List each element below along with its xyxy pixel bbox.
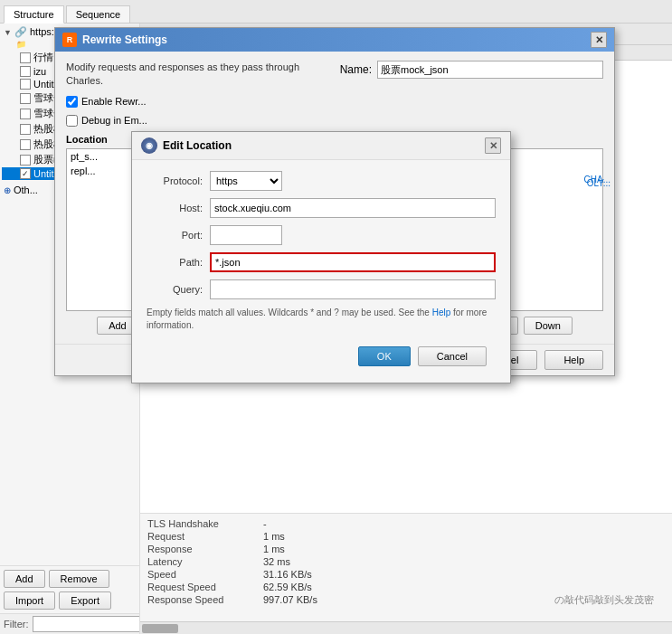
stat-name: TLS Handshake (147, 518, 256, 529)
protocol-select[interactable]: https http any (210, 171, 282, 191)
other-label: Oth... (14, 185, 38, 195)
query-label: Query: (147, 284, 210, 295)
host-row: Host: (147, 198, 496, 218)
top-tabs: Structure Sequence (0, 0, 672, 24)
tab-sequence[interactable]: Sequence (66, 5, 131, 23)
el-titlebar: ◉ Edit Location ✕ (132, 132, 510, 160)
item-checkbox[interactable] (20, 52, 31, 63)
port-label: Port: (147, 230, 210, 241)
h-scrollbar[interactable] (140, 621, 672, 634)
el-dialog-title: Edit Location (163, 139, 232, 152)
host-label: Host: (147, 203, 210, 213)
rewrite-dialog-titlebar: R Rewrite Settings ✕ (55, 28, 614, 52)
filter-input[interactable] (33, 616, 141, 632)
path-label: Path: (147, 257, 210, 268)
stat-name: Request (147, 531, 256, 542)
path-row: Path: (147, 252, 496, 272)
debug-row: Debug in Em... (66, 115, 603, 127)
rules-down-button[interactable]: Down (524, 317, 573, 335)
name-input[interactable] (377, 61, 603, 79)
stat-name: Latency (147, 556, 256, 567)
import-button[interactable]: Import (4, 591, 55, 610)
item-checkbox[interactable] (20, 155, 31, 166)
rewrite-dialog-title: Rewrite Settings (82, 33, 167, 46)
stat-value: 1 ms (263, 544, 285, 554)
query-row: Query: (147, 279, 496, 299)
query-input[interactable] (210, 279, 496, 299)
port-input[interactable] (210, 225, 282, 245)
stat-row: Response 1 ms (147, 543, 665, 555)
sidebar-btn-row-2: Import Export (4, 591, 136, 610)
item-label: pt_s... (71, 151, 98, 162)
el-title-left: ◉ Edit Location (141, 137, 232, 154)
el-body: Protocol: https http any Host: Port: Pat… (132, 160, 510, 383)
watermark: の敲代码敲到头发茂密 (554, 593, 654, 607)
enable-rewrite-row: Enable Rewr... (66, 96, 603, 108)
remove-button[interactable]: Remove (49, 570, 109, 588)
item-label: 行情 (33, 51, 53, 64)
host-input[interactable] (210, 198, 496, 218)
item-checkbox[interactable] (20, 93, 31, 104)
stat-value: 31.16 KB/s (263, 569, 312, 580)
dialog-top-row: Modify requests and responses as they pa… (66, 61, 603, 89)
item-checkbox-checked[interactable]: ✓ (20, 168, 31, 179)
enable-rewrite-label: Enable Rewr... (81, 96, 147, 107)
stat-row: Latency 32 ms (147, 555, 665, 568)
tab-structure[interactable]: Structure (4, 5, 64, 24)
el-close-button[interactable]: ✕ (485, 137, 501, 154)
stat-value: 997.07 KB/s (263, 594, 317, 605)
debug-label: Debug in Em... (81, 115, 147, 126)
filter-bar: Filter: (0, 613, 139, 634)
stat-value: - (263, 518, 267, 529)
rewrite-description: Modify requests and responses as they pa… (66, 61, 329, 89)
sidebar-btn-row-1: Add Remove (4, 570, 136, 588)
port-row: Port: (147, 225, 496, 245)
stat-row: Request Speed 62.59 KB/s (147, 581, 665, 593)
item-checkbox[interactable] (20, 79, 31, 90)
name-label: Name: (340, 63, 372, 76)
stat-value: 1 ms (263, 531, 285, 542)
item-checkbox[interactable] (20, 124, 31, 135)
dialog-name-row: Name: (340, 61, 603, 79)
protocol-row: Protocol: https http any (147, 171, 496, 191)
edit-location-dialog: ◉ Edit Location ✕ Protocol: https http a… (131, 131, 511, 383)
export-button[interactable]: Export (59, 591, 111, 610)
rewrite-help-button[interactable]: Help (544, 350, 603, 370)
folder-icon: 📁 (16, 40, 25, 49)
stat-row: Request 1 ms (147, 530, 665, 543)
stat-name: Response (147, 544, 256, 554)
el-footer: OK Cancel (147, 341, 496, 372)
protocol-label: Protocol: (147, 175, 210, 186)
debug-checkbox[interactable] (66, 115, 78, 127)
path-input[interactable] (210, 252, 496, 272)
stat-name: Speed (147, 569, 256, 580)
item-checkbox[interactable] (20, 66, 31, 77)
item-checkbox[interactable] (20, 139, 31, 150)
stat-value: 62.59 KB/s (263, 582, 312, 592)
stat-name: Response Speed (147, 594, 256, 605)
item-label: izu (33, 66, 46, 77)
enable-rewrite-checkbox[interactable] (66, 96, 78, 108)
sidebar-buttons: Add Remove Import Export (0, 565, 139, 613)
el-cancel-button[interactable]: Cancel (418, 346, 487, 366)
stat-value: 32 ms (263, 556, 290, 567)
dialog-title-left: R Rewrite Settings (62, 33, 167, 47)
el-hint: Empty fields match all values. Wildcards… (147, 307, 496, 332)
stat-row: TLS Handshake - (147, 517, 665, 530)
el-dialog-icon: ◉ (141, 137, 157, 154)
help-link[interactable]: Help (432, 308, 451, 317)
filter-label: Filter: (4, 619, 29, 629)
add-button[interactable]: Add (4, 570, 45, 588)
app-container: Structure Sequence ▼ 🔗 https://stock.xue… (0, 0, 672, 634)
stat-row: Speed 31.16 KB/s (147, 568, 665, 581)
scrollbar-thumb[interactable] (142, 624, 178, 633)
rewrite-dialog-icon: R (62, 33, 77, 47)
el-ok-button[interactable]: OK (358, 346, 411, 366)
item-label: repl... (71, 166, 96, 176)
expand-icon: ⊕ (4, 185, 11, 195)
rewrite-dialog-close[interactable]: ✕ (591, 32, 607, 48)
expand-icon: ▼ (4, 28, 12, 37)
item-checkbox[interactable] (20, 109, 31, 119)
stat-name: Request Speed (147, 582, 256, 592)
